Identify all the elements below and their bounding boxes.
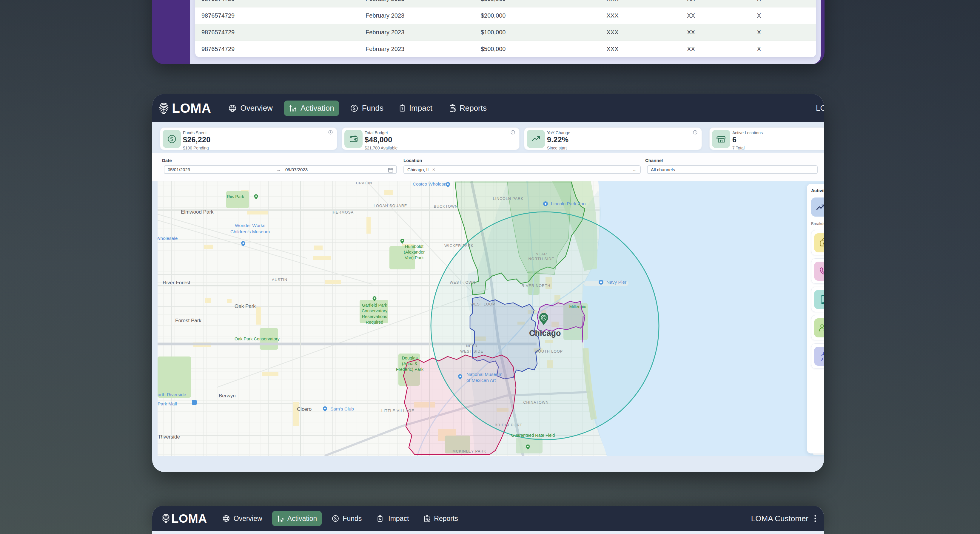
svg-text:LITTLE VILLAGE: LITTLE VILLAGE xyxy=(381,409,415,413)
svg-text:orth Riverside: orth Riverside xyxy=(158,392,186,397)
svg-text:Riverside: Riverside xyxy=(159,434,180,440)
svg-text:Chicago: Chicago xyxy=(529,329,561,338)
svg-text:AUSTIN: AUSTIN xyxy=(272,278,287,282)
svg-text:Park Mall: Park Mall xyxy=(158,401,177,406)
svg-text:Guaranteed Rate Field: Guaranteed Rate Field xyxy=(511,433,555,438)
svg-text:NEAR: NEAR xyxy=(466,344,478,348)
svg-text:Navy Pier: Navy Pier xyxy=(606,280,626,284)
svg-text:MCKINLEY PARK: MCKINLEY PARK xyxy=(452,449,486,453)
svg-text:Lincoln Park Zoo: Lincoln Park Zoo xyxy=(551,201,585,206)
svg-text:NEAR: NEAR xyxy=(536,252,547,256)
svg-text:Children's Museum: Children's Museum xyxy=(231,229,270,234)
svg-text:Berwyn: Berwyn xyxy=(219,393,236,399)
svg-text:Douglas: Douglas xyxy=(402,356,417,361)
svg-text:WEST TOWN: WEST TOWN xyxy=(450,280,476,284)
svg-text:Riis Park: Riis Park xyxy=(227,194,244,199)
svg-text:CRAGIN: CRAGIN xyxy=(356,181,372,185)
svg-text:SOUTH LOOP: SOUTH LOOP xyxy=(535,349,563,353)
svg-text:NORTH SIDE: NORTH SIDE xyxy=(528,257,554,261)
svg-text:o Wholesale: o Wholesale xyxy=(158,236,178,241)
svg-text:HERMOSA: HERMOSA xyxy=(333,210,354,215)
svg-text:WEST LOOP: WEST LOOP xyxy=(470,302,495,307)
svg-text:LOGAN SQUARE: LOGAN SQUARE xyxy=(374,204,407,208)
svg-text:Forest Park: Forest Park xyxy=(175,318,201,323)
svg-text:Humboldt: Humboldt xyxy=(405,244,423,249)
svg-text:Conservatory: Conservatory xyxy=(362,308,388,313)
svg-text:Wonder Works: Wonder Works xyxy=(235,223,265,228)
svg-text:of Mexican Art: of Mexican Art xyxy=(466,378,496,383)
svg-text:(Alexander: (Alexander xyxy=(404,250,425,254)
svg-text:LINCOLN PARK: LINCOLN PARK xyxy=(493,197,524,201)
svg-text:(Anna &: (Anna & xyxy=(402,361,418,366)
svg-text:River Forest: River Forest xyxy=(163,280,190,286)
svg-text:Sam's Club: Sam's Club xyxy=(330,406,354,412)
svg-text:RIVER NORTH: RIVER NORTH xyxy=(522,284,550,288)
svg-text:Von) Park: Von) Park xyxy=(405,255,424,260)
svg-text:Millenniu: Millenniu xyxy=(569,304,586,309)
svg-text:Frederic) Park: Frederic) Park xyxy=(396,367,424,372)
svg-text:National Museum: National Museum xyxy=(466,372,503,377)
svg-text:Cicero: Cicero xyxy=(297,406,312,412)
svg-text:Costco Wholesale: Costco Wholesale xyxy=(413,181,450,186)
svg-text:Elmwood Park: Elmwood Park xyxy=(181,209,214,215)
svg-text:BUCKTOWN: BUCKTOWN xyxy=(434,204,458,208)
svg-text:Oak Park Conservatory: Oak Park Conservatory xyxy=(235,337,280,341)
svg-text:Required: Required xyxy=(366,320,383,324)
svg-text:Garfield Park: Garfield Park xyxy=(362,303,387,308)
svg-text:WEST SIDE: WEST SIDE xyxy=(460,349,484,353)
svg-text:BRIDGEPORT: BRIDGEPORT xyxy=(495,423,522,427)
svg-text:CHINATOWN: CHINATOWN xyxy=(523,400,549,405)
svg-text:Oak Park: Oak Park xyxy=(235,304,256,309)
svg-text:Reservations: Reservations xyxy=(362,314,387,319)
svg-text:WICKER PARK: WICKER PARK xyxy=(444,244,474,248)
